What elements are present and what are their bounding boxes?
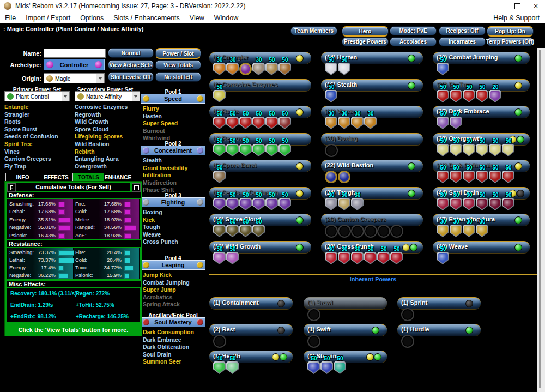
enhancement-slot[interactable] (307, 329, 320, 348)
power-bar[interactable]: (1) Containment (209, 297, 293, 309)
powerlist-item-vines[interactable]: Vines (4, 148, 20, 156)
enhancement-slot[interactable] (401, 329, 414, 348)
pool-select-fighting[interactable]: Fighting (141, 197, 205, 207)
powerlist-item-soul-drain[interactable]: Soul Drain (143, 351, 172, 359)
powerlist-item-boxing[interactable]: Boxing (143, 209, 162, 216)
enhancement-slot[interactable]: 30 (450, 219, 463, 237)
powerlist-item-strangler[interactable]: Strangler (4, 111, 29, 119)
enhancement-slot[interactable]: 50 (226, 219, 239, 237)
enhancement-slot[interactable]: 50 (226, 138, 239, 156)
powerlist-item-spirit-tree[interactable]: Spirit Tree (4, 141, 32, 148)
menu-item-view[interactable]: View (185, 14, 209, 22)
enhancement-slot[interactable]: 50 (278, 111, 292, 129)
powerlist-item-summon-seer[interactable]: Summon Seer (143, 358, 181, 366)
enhancement-slot[interactable] (239, 57, 252, 75)
menu-item-window[interactable]: Window (209, 14, 243, 22)
enhancement-slot[interactable]: 50 (213, 165, 226, 183)
powerlist-item-tough[interactable]: Tough (143, 224, 160, 231)
powerlist-item-jump-kick[interactable]: Jump Kick (143, 272, 172, 279)
enhancement-slot[interactable]: 50 (463, 85, 476, 102)
enhancement-slot[interactable] (351, 219, 364, 238)
enhancement-slot[interactable]: 50 (278, 138, 292, 156)
scrollbar-thumb[interactable] (539, 50, 541, 388)
enhancement-slot[interactable]: 50 (252, 192, 265, 210)
top-button-pop-up-on[interactable]: Pop-Up: On (487, 26, 534, 37)
menu-item-import-export[interactable]: Import / Export (21, 14, 75, 22)
powerlist-item-grant-invisibility[interactable]: Grant Invisibility (143, 165, 187, 172)
enhancement-slot[interactable]: 50 (390, 246, 403, 264)
powerlist-item-kick[interactable]: Kick (143, 216, 155, 224)
powerlist-item-spore-cloud[interactable]: Spore Cloud (75, 126, 108, 134)
enhancement-slot[interactable]: 50 (338, 192, 351, 210)
vertical-scrollbar[interactable] (537, 48, 545, 392)
powerlist-item-super-jump[interactable]: Super Jump (143, 286, 176, 294)
enhancement-slot[interactable]: 50 (502, 192, 515, 210)
view-button-slot-levels-off[interactable]: Slot Levels: Off (108, 72, 154, 82)
enhancement-slot[interactable]: 50 (489, 192, 502, 210)
enhancement-slot[interactable]: 50 (239, 138, 252, 156)
close-button[interactable]: ✕ (526, 0, 545, 12)
powerlist-item-dark-obliteration[interactable]: Dark Obliteration (143, 343, 189, 351)
menu-item-slots-enhancements[interactable]: Slots / Enhancements (108, 14, 185, 22)
enhancement-slot[interactable]: 30 (476, 219, 489, 237)
enhancement-slot[interactable]: 50 (265, 192, 278, 210)
enhancement-slot[interactable]: 30 (213, 57, 226, 75)
powerlist-item-wild-bastion[interactable]: Wild Bastion (75, 141, 110, 148)
enhancement-slot[interactable]: 30 (351, 192, 364, 210)
top-button-mode-pve[interactable]: Mode: PvE (390, 26, 437, 35)
top-button-accolades[interactable]: Accolades (390, 37, 437, 46)
enhancement-slot[interactable]: 50 (476, 138, 489, 156)
enhancement-slot[interactable]: 50 (476, 192, 489, 210)
enhancement-slot[interactable]: 50 (239, 111, 252, 129)
powerlist-item-fly-trap[interactable]: Fly Trap (4, 163, 26, 171)
powerlist-item-seeds-of-confusion[interactable]: Seeds of Confusion (4, 133, 58, 141)
enhancement-slot[interactable]: 50 (265, 138, 278, 156)
powerlist-item-combat-jumping[interactable]: Combat Jumping (143, 279, 190, 287)
top-button-hero[interactable]: Hero (342, 26, 389, 37)
graph-view-button[interactable] (132, 183, 141, 192)
enhancement-slot[interactable] (307, 303, 320, 321)
enhancement-slot[interactable]: 50 (239, 219, 252, 237)
origin-select[interactable]: Magic (44, 73, 105, 83)
enhancement-slot[interactable] (401, 303, 414, 321)
powerlist-item-stealth[interactable]: Stealth (143, 157, 162, 165)
view-button-view-active-sets[interactable]: View Active Sets (108, 60, 154, 70)
powerlist-item-acrobatics[interactable]: Acrobatics (143, 294, 172, 301)
powerlist-item-dark-embrace[interactable]: Dark Embrace (143, 336, 181, 344)
enhancement-slot[interactable]: 50 (265, 57, 278, 75)
powerlist-item-entangling-aura[interactable]: Entangling Aura (75, 155, 119, 163)
enhancement-slot[interactable]: 20 (489, 85, 502, 102)
enhancement-slot[interactable]: 50 (278, 192, 292, 210)
enhancement-slot[interactable]: 40 (213, 356, 226, 374)
enhancement-slot[interactable]: 30 (338, 111, 351, 129)
minimize-button[interactable]: – (489, 0, 508, 12)
enhancement-slot[interactable] (325, 138, 338, 157)
float-button[interactable]: F (7, 183, 16, 192)
top-button-team-members[interactable]: Team Members (290, 26, 337, 35)
powerlist-item-lifegiving-spores[interactable]: Lifegiving Spores (75, 133, 123, 141)
menu-item-help-support[interactable]: Help & Support (488, 14, 545, 22)
enhancement-slot[interactable]: 50 (377, 246, 390, 264)
enhancement-slot[interactable]: 50 (226, 192, 239, 210)
enhancement-slot[interactable]: 50 (450, 85, 463, 102)
menu-item-options[interactable]: Options (75, 14, 108, 22)
enhancement-slot[interactable]: 50 (502, 165, 515, 183)
powerlist-item-spring-attack[interactable]: Spring Attack (143, 301, 180, 309)
enhancement-slot[interactable]: 50 (489, 138, 502, 156)
enhancement-slot[interactable] (213, 329, 226, 348)
top-button-prestige-powers[interactable]: Prestige Powers (342, 37, 389, 46)
enhancement-slot[interactable]: 50 (489, 165, 502, 183)
enhancement-slot[interactable]: 50 (437, 85, 450, 102)
enhancement-slot[interactable]: 30 (338, 246, 351, 264)
enhancement-slot[interactable]: 50 (437, 246, 450, 264)
enhancement-slot[interactable]: 50 (325, 57, 338, 75)
secondary-set-select[interactable]: Nature Affinity (75, 91, 140, 101)
enhancement-slot[interactable]: 30 (325, 192, 338, 210)
enhancement-slot[interactable]: 50 (437, 165, 450, 183)
enhancement-slot[interactable]: 50 (325, 85, 338, 102)
powerlist-item-dark-consumption[interactable]: Dark Consumption (143, 329, 194, 336)
powerlist-item-hasten[interactable]: Hasten (143, 113, 162, 120)
enhancement-slot[interactable]: 50 (226, 356, 239, 374)
enhancement-slot[interactable]: 50 (450, 138, 463, 156)
enhancement-slot[interactable]: 50 (213, 246, 226, 264)
